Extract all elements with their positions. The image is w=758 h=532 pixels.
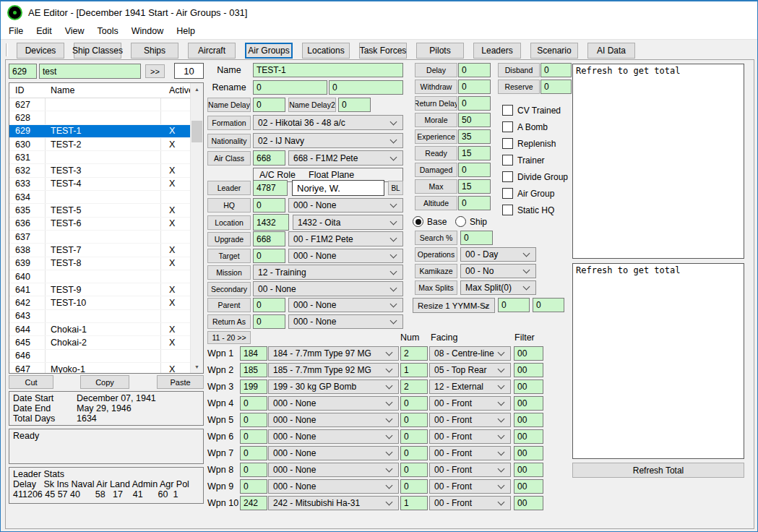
parent-select[interactable]: 000 - None (288, 298, 403, 312)
kamikaze-button[interactable]: Kamikaze (415, 264, 457, 278)
stat-label-button[interactable]: Ready (415, 146, 457, 160)
checkbox[interactable] (502, 105, 513, 116)
ship-radio-row[interactable]: Ship (455, 216, 487, 227)
stat-value-input[interactable]: 35 (458, 129, 491, 144)
target-button[interactable]: Target (207, 249, 251, 263)
list-item[interactable]: 638 TEST-7 X (9, 244, 191, 257)
list-item[interactable]: 644 Chokai-1 X (9, 323, 191, 336)
rename-input-1[interactable]: 0 (253, 80, 327, 95)
weapon-device-select[interactable]: 184 - 7.7mm Type 97 MG (268, 346, 399, 361)
weapon-facing-select[interactable]: 00 - Front (429, 446, 511, 460)
stat-label-button[interactable]: Experience (415, 129, 457, 144)
stat-value-input[interactable]: 0 (540, 80, 572, 94)
air-class-id-input[interactable]: 668 (253, 150, 285, 166)
operations-select[interactable]: 00 - Day (460, 247, 536, 262)
hq-id-input[interactable]: 0 (253, 198, 285, 213)
checkbox[interactable] (502, 121, 513, 132)
weapon-num-input[interactable]: 0 (400, 396, 428, 411)
flag-row[interactable]: Air Group (502, 185, 568, 202)
weapon-num-input[interactable]: 2 (400, 346, 428, 361)
weapon-device-select[interactable]: 185 - 7.7mm Type 92 MG (268, 363, 399, 377)
col-header-id[interactable]: ID (9, 85, 45, 95)
cut-button[interactable]: Cut (9, 375, 53, 389)
group-id-input[interactable]: 629 (9, 64, 37, 79)
stat-label-button[interactable]: Morale (415, 113, 457, 127)
go-button[interactable]: >> (145, 64, 165, 78)
list-item[interactable]: 629 TEST-1 X (9, 125, 191, 138)
formation-select[interactable]: 02 - Hikotai 36 - 48 a/c (253, 115, 403, 130)
location-id-input[interactable]: 1432 (253, 214, 289, 231)
weapon-device-select[interactable]: 000 - None (268, 396, 399, 411)
weapon-num-input[interactable]: 0 (400, 446, 428, 460)
air-group-list[interactable]: ID Name Active 627 628 629 (9, 82, 204, 374)
stat-value-input[interactable]: 15 (458, 179, 491, 194)
rename-input-2[interactable]: 0 (329, 80, 403, 95)
menu-item[interactable]: Tools (91, 25, 125, 38)
checkbox[interactable] (502, 171, 513, 182)
upgrade-select[interactable]: 00 - F1M2 Pete (288, 231, 403, 246)
weapon-facing-select[interactable]: 12 - External (429, 379, 511, 394)
upgrade-button[interactable]: Upgrade (207, 232, 251, 246)
weapon-num-input[interactable]: 1 (400, 496, 428, 510)
weapon-filter-input[interactable]: 00 (514, 396, 543, 411)
weapon-device-select[interactable]: 000 - None (268, 429, 399, 444)
copy-button[interactable]: Copy (80, 375, 129, 389)
weapon-facing-select[interactable]: 00 - Front (429, 496, 511, 510)
flag-row[interactable]: Replenish (502, 135, 568, 152)
weapon-facing-select[interactable]: 08 - Centre-line (429, 346, 511, 361)
stat-label-button[interactable]: Delay (415, 63, 457, 77)
toolbar-tab[interactable]: Aircraft (188, 43, 236, 59)
stat-value-input[interactable]: 0 (540, 63, 572, 77)
weapon-num-input[interactable]: 2 (400, 379, 428, 394)
location-select[interactable]: 1432 - Oita (293, 215, 403, 230)
weapon-num-input[interactable]: 0 (400, 463, 428, 477)
menu-item[interactable]: Help (170, 25, 202, 38)
list-item[interactable]: 634 (9, 191, 191, 204)
air-class-select[interactable]: 668 - F1M2 Pete (288, 150, 403, 166)
weapon-device-select[interactable]: 000 - None (268, 463, 399, 477)
leader-id-input[interactable]: 4787 (253, 180, 288, 196)
toolbar-tab[interactable]: Scenario (530, 43, 578, 59)
max-splits-select[interactable]: Max Split(0) (460, 280, 536, 295)
list-item[interactable]: 636 TEST-6 X (9, 218, 191, 231)
weapon-filter-input[interactable]: 00 (514, 479, 543, 494)
weapon-num-input[interactable]: 0 (400, 413, 428, 427)
return-as-button[interactable]: Return As (207, 314, 251, 329)
stat-label-button[interactable]: Return Delay (415, 96, 457, 111)
weapon-id-input[interactable]: 0 (240, 479, 267, 494)
target-select[interactable]: 000 - None (288, 249, 403, 263)
weapon-id-input[interactable]: 199 (240, 379, 267, 394)
toolbar-tab[interactable]: Pilots (416, 43, 464, 59)
flag-row[interactable]: CV Trained (502, 102, 568, 119)
resize-input-2[interactable]: 0 (533, 298, 564, 312)
name-delay2-input[interactable]: 0 (338, 98, 371, 112)
weapon-id-input[interactable]: 0 (240, 429, 267, 444)
weapon-facing-select[interactable]: 00 - Front (429, 479, 511, 494)
list-item[interactable]: 632 TEST-3 X (9, 164, 191, 177)
stat-value-input[interactable]: 0 (458, 163, 491, 177)
kamikaze-select[interactable]: 00 - No (460, 264, 536, 278)
stat-label-button[interactable]: Damaged (415, 163, 457, 177)
name-delay2-button[interactable]: Name Delay2 (288, 98, 336, 112)
search-pct-input[interactable]: 0 (460, 231, 493, 245)
toolbar-tab[interactable]: Devices (17, 43, 64, 59)
parent-button[interactable]: Parent (207, 298, 251, 312)
stat-value-input[interactable]: 0 (458, 96, 491, 111)
ship-radio[interactable] (455, 216, 466, 227)
stat-value-input[interactable]: 0 (458, 196, 491, 210)
name-delay-button[interactable]: Name Delay (207, 98, 251, 112)
weapon-id-input[interactable]: 185 (240, 363, 267, 377)
weapon-facing-select[interactable]: 05 - Top Rear (429, 363, 511, 377)
weapon-id-input[interactable]: 0 (240, 446, 267, 460)
stat-value-input[interactable]: 0 (458, 63, 491, 77)
stat-label-button[interactable]: Max (415, 179, 457, 194)
col-header-active[interactable]: Active (161, 85, 191, 95)
toolbar-tab[interactable]: Ship Classes (74, 43, 121, 59)
list-item[interactable]: 643 (9, 310, 191, 323)
weapon-device-select[interactable]: 000 - None (268, 413, 399, 427)
list-item[interactable]: 640 (9, 270, 191, 283)
nationality-select[interactable]: 02 - IJ Navy (253, 133, 403, 148)
scroll-down-icon[interactable]: ▼ (191, 361, 203, 373)
toolbar-tab[interactable]: Task Forces (359, 43, 407, 59)
toolbar-tab[interactable]: Locations (302, 43, 350, 59)
